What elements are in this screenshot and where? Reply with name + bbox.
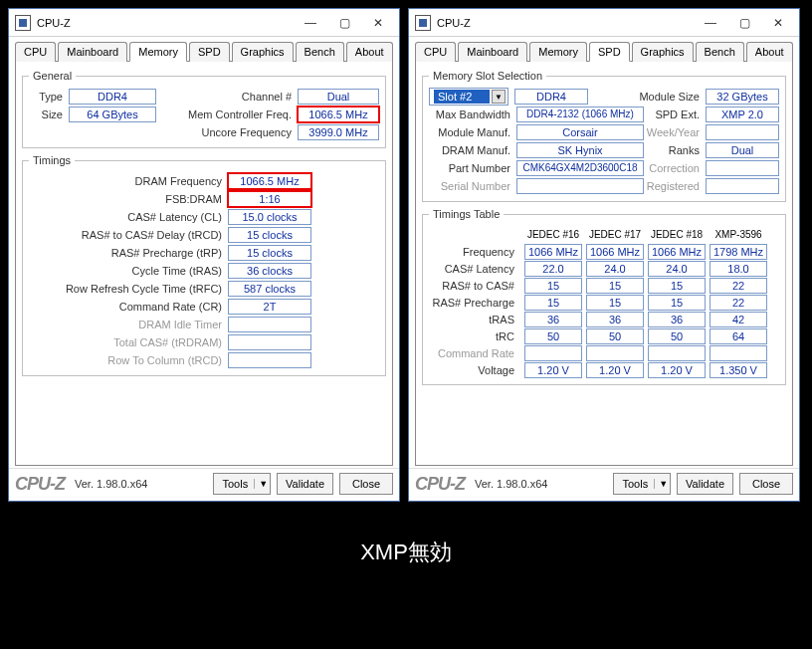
row-label: tRC bbox=[429, 330, 520, 342]
correction-value bbox=[706, 160, 779, 176]
maximize-button[interactable]: ▢ bbox=[727, 12, 761, 34]
serial-label: Serial Number bbox=[429, 180, 516, 192]
row-label: RAS# to CAS# bbox=[429, 280, 520, 292]
cell bbox=[710, 345, 767, 361]
close-button[interactable]: ✕ bbox=[361, 12, 395, 34]
tab-graphics[interactable]: Graphics bbox=[232, 42, 294, 62]
validate-button[interactable]: Validate bbox=[677, 473, 733, 495]
maxbw-value: DDR4-2132 (1066 MHz) bbox=[516, 107, 644, 122]
table-row: CAS# Latency22.024.024.018.0 bbox=[429, 260, 779, 277]
tab-memory[interactable]: Memory bbox=[529, 42, 587, 62]
dropdown-caret-icon: ▼ bbox=[254, 479, 268, 489]
titlebar[interactable]: CPU-Z — ▢ ✕ bbox=[409, 9, 799, 37]
total-cas-value bbox=[228, 334, 311, 350]
col-0: JEDEC #16 bbox=[524, 229, 582, 240]
chevron-down-icon[interactable]: ▼ bbox=[492, 90, 506, 104]
slot-selected: Slot #2 bbox=[434, 90, 490, 104]
cell: 1.20 V bbox=[648, 362, 706, 378]
cell: 15 bbox=[586, 278, 644, 294]
maxbw-label: Max Bandwidth bbox=[429, 108, 516, 120]
tab-spd[interactable]: SPD bbox=[589, 42, 630, 62]
trp-label: RAS# Precharge (tRP) bbox=[29, 247, 228, 259]
tras-label: Cycle Time (tRAS) bbox=[29, 265, 228, 277]
general-group: General Type DDR4 Channel # Dual Size 64… bbox=[22, 70, 386, 148]
dram-freq-value: 1066.5 MHz bbox=[228, 173, 311, 189]
modsize-label: Module Size bbox=[634, 91, 706, 103]
close-footer-button[interactable]: Close bbox=[739, 473, 793, 495]
idle-value bbox=[228, 317, 311, 332]
cpuz-window-memory: CPU-Z — ▢ ✕ CPU Mainboard Memory SPD Gra… bbox=[8, 8, 400, 502]
part-value: CMK64GX4M2D3600C18 bbox=[516, 160, 644, 176]
tab-bench[interactable]: Bench bbox=[696, 42, 744, 62]
mcf-label: Mem Controller Freq. bbox=[180, 108, 298, 120]
cpuz-window-spd: CPU-Z — ▢ ✕ CPU Mainboard Memory SPD Gra… bbox=[408, 8, 800, 502]
tools-button[interactable]: Tools▼ bbox=[213, 473, 271, 495]
tools-button[interactable]: Tools▼ bbox=[613, 473, 671, 495]
close-button[interactable]: ✕ bbox=[761, 12, 795, 34]
cell: 1.20 V bbox=[586, 362, 644, 378]
trfc-label: Row Refresh Cycle Time (tRFC) bbox=[29, 283, 228, 295]
cell: 15 bbox=[586, 295, 644, 311]
window-title: CPU-Z bbox=[437, 17, 471, 29]
minimize-button[interactable]: — bbox=[294, 12, 327, 34]
cell: 1066 MHz bbox=[586, 244, 644, 260]
table-row: Frequency1066 MHz1066 MHz1066 MHz1798 MH… bbox=[429, 243, 779, 260]
tab-mainboard[interactable]: Mainboard bbox=[58, 42, 127, 62]
serial-value bbox=[516, 178, 644, 194]
spdext-value: XMP 2.0 bbox=[706, 107, 779, 122]
mcf-value: 1066.5 MHz bbox=[298, 107, 379, 122]
tab-spd[interactable]: SPD bbox=[189, 42, 230, 62]
app-icon bbox=[15, 15, 31, 31]
timings-table-legend: Timings Table bbox=[429, 208, 504, 220]
validate-button[interactable]: Validate bbox=[277, 473, 333, 495]
cell: 36 bbox=[524, 312, 582, 327]
slot-select[interactable]: Slot #2 ▼ bbox=[429, 88, 508, 106]
registered-value bbox=[706, 178, 779, 194]
timings-legend: Timings bbox=[29, 154, 75, 166]
tab-mainboard[interactable]: Mainboard bbox=[458, 42, 527, 62]
table-row: tRC50505064 bbox=[429, 327, 779, 344]
cell: 1066 MHz bbox=[524, 244, 582, 260]
tab-memory[interactable]: Memory bbox=[129, 42, 187, 62]
cell: 1.20 V bbox=[524, 362, 582, 378]
tab-cpu[interactable]: CPU bbox=[415, 42, 456, 62]
col-1: JEDEC #17 bbox=[586, 229, 644, 240]
row-label: Voltage bbox=[429, 364, 520, 376]
cell: 22.0 bbox=[524, 261, 582, 277]
cell bbox=[648, 345, 706, 361]
cell: 1.350 V bbox=[710, 362, 767, 378]
row-label: RAS# Precharge bbox=[429, 297, 520, 309]
trcd-value: 15 clocks bbox=[228, 227, 311, 243]
close-footer-button[interactable]: Close bbox=[339, 473, 393, 495]
caption-text: XMP無効 bbox=[0, 538, 812, 567]
titlebar[interactable]: CPU-Z — ▢ ✕ bbox=[9, 9, 399, 37]
cell: 1066 MHz bbox=[648, 244, 706, 260]
trfc-value: 587 clocks bbox=[228, 281, 311, 297]
slot-type-value: DDR4 bbox=[514, 89, 588, 105]
tab-bench[interactable]: Bench bbox=[296, 42, 344, 62]
dram-freq-label: DRAM Frequency bbox=[29, 175, 228, 187]
tab-about[interactable]: About bbox=[746, 42, 793, 62]
uncore-label: Uncore Frequency bbox=[180, 126, 298, 138]
correction-label: Correction bbox=[646, 162, 706, 174]
maximize-button[interactable]: ▢ bbox=[327, 12, 361, 34]
general-legend: General bbox=[29, 70, 76, 82]
size-label: Size bbox=[29, 108, 69, 120]
rtc-label: Row To Column (tRCD) bbox=[29, 354, 228, 366]
registered-label: Registered bbox=[646, 180, 706, 192]
tab-cpu[interactable]: CPU bbox=[15, 42, 56, 62]
col-3: XMP-3596 bbox=[710, 229, 767, 240]
ranks-label: Ranks bbox=[646, 144, 706, 156]
tab-graphics[interactable]: Graphics bbox=[632, 42, 694, 62]
version-label: Ver. 1.98.0.x64 bbox=[475, 478, 547, 490]
cell bbox=[586, 345, 644, 361]
dram-mfr-value: SK Hynix bbox=[516, 142, 644, 158]
cell: 22 bbox=[710, 278, 767, 294]
minimize-button[interactable]: — bbox=[694, 12, 727, 34]
type-label: Type bbox=[29, 91, 69, 103]
channel-label: Channel # bbox=[202, 91, 298, 103]
cell: 15 bbox=[648, 278, 706, 294]
cl-label: CAS# Latency (CL) bbox=[29, 211, 228, 223]
type-value: DDR4 bbox=[69, 89, 156, 105]
tab-about[interactable]: About bbox=[346, 42, 393, 62]
